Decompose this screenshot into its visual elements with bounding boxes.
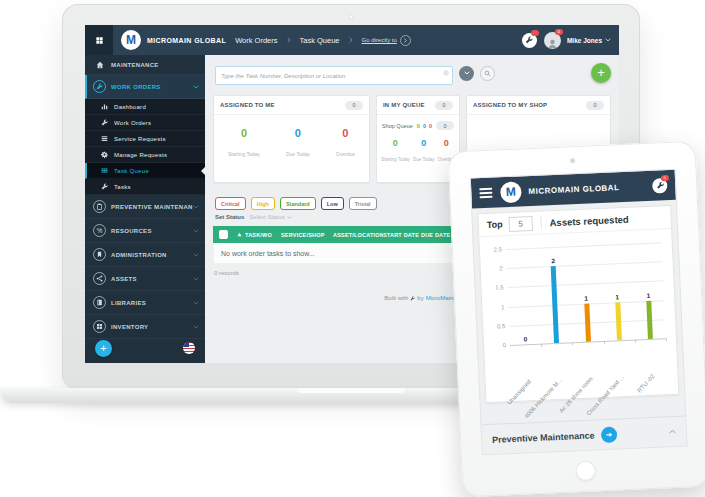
sidebar-item-label: Work Orders: [114, 120, 151, 126]
sidebar-item-resources[interactable]: %RESOURCES: [85, 219, 205, 243]
wrench-icon: [410, 296, 415, 301]
gear-icon: [99, 150, 109, 160]
us-flag-icon[interactable]: [183, 342, 195, 354]
list-icon: [99, 134, 109, 144]
search-button[interactable]: [480, 66, 495, 81]
shop-queue-value: 0: [429, 123, 432, 129]
sidebar-item-label: Manage Requests: [114, 152, 167, 158]
add-task-button[interactable]: +: [591, 63, 611, 83]
chevron-down-icon: [193, 205, 199, 209]
column-header-start-date[interactable]: START DATE: [383, 232, 421, 238]
arrow-right-button[interactable]: [600, 426, 617, 443]
sidebar-item-work-orders[interactable]: WORK ORDERS: [85, 75, 205, 99]
stat-label: Due Today: [413, 157, 434, 162]
sidebar-item-dashboard[interactable]: Dashboard: [85, 99, 205, 115]
filter-pill-critical[interactable]: Critical: [215, 197, 246, 210]
sidebar-item-administration[interactable]: ADMINISTRATION: [85, 243, 205, 267]
bar-value-label: 2: [543, 257, 563, 265]
stat-label: Starting Today: [228, 151, 260, 157]
select-status-dropdown[interactable]: Select Status: [249, 214, 291, 220]
sidebar-item-service-requests[interactable]: Service Requests: [85, 131, 205, 147]
chevron-right-icon: [287, 37, 291, 43]
y-axis-tick: 1.5: [485, 285, 503, 292]
x-axis-tick: [541, 344, 542, 347]
gridline: [507, 261, 663, 269]
column-header-service-shop[interactable]: SERVICE/SHOP: [281, 232, 333, 238]
top-count-input[interactable]: 5: [508, 215, 533, 231]
bar-value-label: 0: [515, 335, 535, 343]
apps-grid-icon[interactable]: [85, 25, 113, 55]
status-row: Set Status Select Status: [215, 214, 292, 220]
chevron-down-icon[interactable]: [605, 38, 611, 42]
sidebar-item-libraries[interactable]: LIBRARIES: [85, 291, 205, 315]
stat-starting-today: 0Starting Today: [381, 138, 410, 162]
column-header-asset-location[interactable]: ASSET/LOCATION: [333, 232, 383, 238]
stat-label: Due Today: [286, 151, 310, 157]
avatar[interactable]: 0: [544, 32, 561, 49]
tablet-camera-dot: [569, 158, 574, 163]
alerts-badge: 0: [661, 174, 669, 180]
plot-area: 00.511.522.502111: [506, 242, 666, 345]
sidebar-item-label: MAINTENANCE: [111, 62, 159, 68]
y-axis-tick: 1: [486, 304, 504, 311]
sidebar-item-work-orders[interactable]: Work Orders: [85, 115, 205, 131]
chevron-up-icon[interactable]: [669, 429, 676, 434]
filter-pill-low[interactable]: Low: [321, 197, 344, 210]
user-name[interactable]: Mike Jones: [567, 37, 602, 44]
filter-pill-high[interactable]: High: [251, 197, 275, 210]
chevron-down-icon: [193, 229, 199, 233]
bar-ac-26-show-room: [584, 303, 591, 342]
app-topbar: M MICROMAIN GLOBAL Work Orders Task Queu…: [85, 25, 619, 55]
y-axis-tick: 0: [488, 342, 506, 349]
chevron-down-icon: [193, 301, 199, 305]
bookmark-icon: [93, 248, 106, 261]
select-all-checkbox[interactable]: [219, 230, 228, 239]
sidebar-item-task-queue[interactable]: Task Queue: [85, 163, 205, 179]
sort-icon[interactable]: [233, 232, 245, 237]
stat-value: 0: [286, 127, 310, 139]
filter-pill-trivial[interactable]: Trivial: [349, 197, 377, 210]
chevron-down-icon: [193, 253, 199, 257]
breadcrumb-task-queue[interactable]: Task Queue: [300, 36, 340, 45]
sidebar-item-label: INVENTORY: [111, 324, 148, 330]
tablet-mockup: M MICROMAIN GLOBAL 0 Top 5 Assets reques…: [448, 141, 705, 497]
micromain-link[interactable]: MicroMain.: [426, 295, 455, 301]
sidebar-add-button[interactable]: +: [95, 340, 112, 357]
hamburger-menu-icon[interactable]: [479, 188, 492, 199]
search-input[interactable]: [215, 66, 453, 85]
column-header-due-date[interactable]: DUE DATE: [421, 232, 451, 238]
sidebar-item-assets[interactable]: ASSETS: [85, 267, 205, 291]
sidebar-item-maintenance[interactable]: MAINTENANCE: [85, 55, 205, 75]
search-row: +: [215, 63, 611, 83]
shop-queue-row[interactable]: Shop Queue 000 0: [377, 115, 459, 130]
alerts-icon[interactable]: [522, 33, 537, 48]
alerts-icon[interactable]: 0: [652, 178, 668, 194]
sidebar-item-label: RESOURCES: [111, 228, 152, 234]
sidebar-item-tasks[interactable]: Tasks: [85, 179, 205, 195]
column-header-task-wo[interactable]: TASK/WO: [245, 232, 281, 238]
search-wrap: [215, 64, 453, 83]
breadcrumb-work-orders[interactable]: Work Orders: [235, 36, 277, 45]
saved-searches-button[interactable]: [459, 66, 474, 81]
card-title: ASSIGNED TO ME: [220, 102, 275, 108]
sidebar-item-label: Tasks: [114, 184, 131, 190]
go-arrow-icon[interactable]: [400, 35, 411, 46]
go-directly-to-link[interactable]: Go directly to: [362, 37, 397, 43]
shop-queue-value: 0: [423, 123, 426, 129]
card-title: ASSIGNED TO MY SHOP: [473, 102, 547, 108]
x-axis-tick: [666, 338, 667, 341]
table-icon: [99, 166, 109, 176]
share-icon: [93, 272, 106, 285]
input-target-icon[interactable]: [443, 70, 449, 76]
stat-value: 0: [381, 138, 410, 148]
sidebar-item-preventive-maintenance[interactable]: PREVENTIVE MAINTENANCE: [85, 195, 205, 219]
tablet-home-button[interactable]: [575, 460, 596, 481]
topbar-right: 0 Mike Jones: [522, 32, 619, 49]
chart-icon: [99, 102, 109, 112]
filter-pill-standard[interactable]: Standard: [280, 197, 316, 210]
pm-label: Preventive Maintenance: [492, 430, 595, 444]
shop-queue-badge: 0: [436, 121, 454, 130]
sidebar-item-manage-requests[interactable]: Manage Requests: [85, 147, 205, 163]
priority-filters: CriticalHighStandardLowTrivial: [215, 197, 377, 210]
chart-title: Assets requested: [549, 213, 629, 227]
